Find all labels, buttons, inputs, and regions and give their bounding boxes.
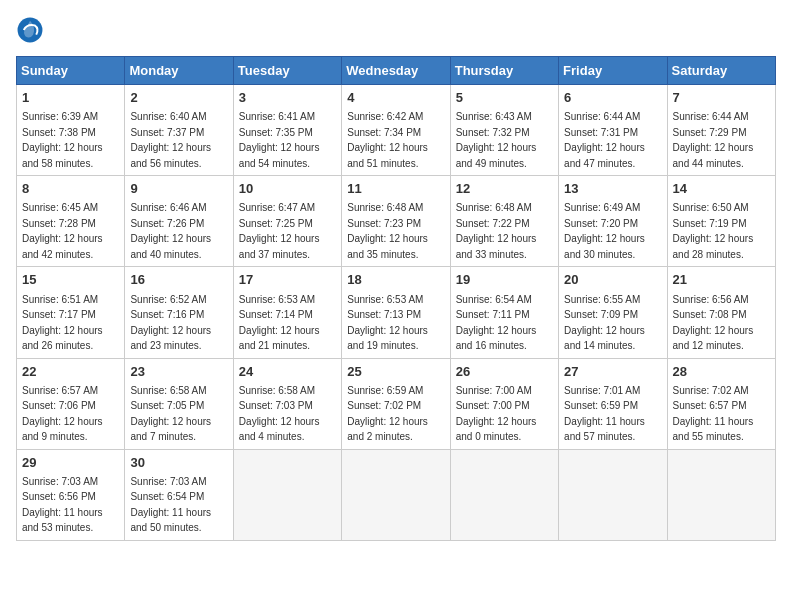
day-number: 5	[456, 89, 553, 107]
day-number: 1	[22, 89, 119, 107]
calendar-week-row: 1Sunrise: 6:39 AMSunset: 7:38 PMDaylight…	[17, 85, 776, 176]
day-number: 7	[673, 89, 770, 107]
day-info: Sunrise: 6:54 AMSunset: 7:11 PMDaylight:…	[456, 294, 537, 352]
calendar-day-cell: 14Sunrise: 6:50 AMSunset: 7:19 PMDayligh…	[667, 176, 775, 267]
calendar-day-cell: 12Sunrise: 6:48 AMSunset: 7:22 PMDayligh…	[450, 176, 558, 267]
day-info: Sunrise: 6:51 AMSunset: 7:17 PMDaylight:…	[22, 294, 103, 352]
day-info: Sunrise: 6:47 AMSunset: 7:25 PMDaylight:…	[239, 202, 320, 260]
calendar-day-cell: 11Sunrise: 6:48 AMSunset: 7:23 PMDayligh…	[342, 176, 450, 267]
day-number: 3	[239, 89, 336, 107]
day-number: 16	[130, 271, 227, 289]
calendar-day-cell: 23Sunrise: 6:58 AMSunset: 7:05 PMDayligh…	[125, 358, 233, 449]
day-info: Sunrise: 6:49 AMSunset: 7:20 PMDaylight:…	[564, 202, 645, 260]
weekday-header: Friday	[559, 57, 667, 85]
calendar-day-cell: 17Sunrise: 6:53 AMSunset: 7:14 PMDayligh…	[233, 267, 341, 358]
calendar-day-cell: 20Sunrise: 6:55 AMSunset: 7:09 PMDayligh…	[559, 267, 667, 358]
calendar-day-cell: 13Sunrise: 6:49 AMSunset: 7:20 PMDayligh…	[559, 176, 667, 267]
calendar-day-cell: 21Sunrise: 6:56 AMSunset: 7:08 PMDayligh…	[667, 267, 775, 358]
day-info: Sunrise: 6:56 AMSunset: 7:08 PMDaylight:…	[673, 294, 754, 352]
day-info: Sunrise: 7:01 AMSunset: 6:59 PMDaylight:…	[564, 385, 645, 443]
day-info: Sunrise: 6:57 AMSunset: 7:06 PMDaylight:…	[22, 385, 103, 443]
weekday-header: Sunday	[17, 57, 125, 85]
day-number: 13	[564, 180, 661, 198]
day-info: Sunrise: 6:53 AMSunset: 7:14 PMDaylight:…	[239, 294, 320, 352]
calendar-day-cell: 18Sunrise: 6:53 AMSunset: 7:13 PMDayligh…	[342, 267, 450, 358]
day-info: Sunrise: 6:44 AMSunset: 7:31 PMDaylight:…	[564, 111, 645, 169]
day-info: Sunrise: 6:52 AMSunset: 7:16 PMDaylight:…	[130, 294, 211, 352]
logo	[16, 16, 48, 44]
calendar-week-row: 8Sunrise: 6:45 AMSunset: 7:28 PMDaylight…	[17, 176, 776, 267]
calendar-day-cell: 27Sunrise: 7:01 AMSunset: 6:59 PMDayligh…	[559, 358, 667, 449]
calendar-day-cell: 10Sunrise: 6:47 AMSunset: 7:25 PMDayligh…	[233, 176, 341, 267]
day-info: Sunrise: 6:48 AMSunset: 7:22 PMDaylight:…	[456, 202, 537, 260]
calendar-day-cell: 25Sunrise: 6:59 AMSunset: 7:02 PMDayligh…	[342, 358, 450, 449]
day-info: Sunrise: 6:44 AMSunset: 7:29 PMDaylight:…	[673, 111, 754, 169]
day-number: 12	[456, 180, 553, 198]
calendar-day-cell	[559, 449, 667, 540]
calendar-day-cell: 8Sunrise: 6:45 AMSunset: 7:28 PMDaylight…	[17, 176, 125, 267]
weekday-header: Tuesday	[233, 57, 341, 85]
weekday-header: Wednesday	[342, 57, 450, 85]
day-number: 21	[673, 271, 770, 289]
day-info: Sunrise: 6:55 AMSunset: 7:09 PMDaylight:…	[564, 294, 645, 352]
day-number: 2	[130, 89, 227, 107]
day-number: 6	[564, 89, 661, 107]
calendar-day-cell: 4Sunrise: 6:42 AMSunset: 7:34 PMDaylight…	[342, 85, 450, 176]
day-info: Sunrise: 6:59 AMSunset: 7:02 PMDaylight:…	[347, 385, 428, 443]
calendar-day-cell	[450, 449, 558, 540]
calendar-day-cell: 2Sunrise: 6:40 AMSunset: 7:37 PMDaylight…	[125, 85, 233, 176]
day-number: 30	[130, 454, 227, 472]
calendar-day-cell: 26Sunrise: 7:00 AMSunset: 7:00 PMDayligh…	[450, 358, 558, 449]
calendar-day-cell: 6Sunrise: 6:44 AMSunset: 7:31 PMDaylight…	[559, 85, 667, 176]
day-number: 10	[239, 180, 336, 198]
day-number: 17	[239, 271, 336, 289]
day-number: 28	[673, 363, 770, 381]
day-number: 4	[347, 89, 444, 107]
calendar-week-row: 15Sunrise: 6:51 AMSunset: 7:17 PMDayligh…	[17, 267, 776, 358]
day-number: 14	[673, 180, 770, 198]
day-info: Sunrise: 6:41 AMSunset: 7:35 PMDaylight:…	[239, 111, 320, 169]
calendar-day-cell: 5Sunrise: 6:43 AMSunset: 7:32 PMDaylight…	[450, 85, 558, 176]
calendar-day-cell: 9Sunrise: 6:46 AMSunset: 7:26 PMDaylight…	[125, 176, 233, 267]
day-number: 25	[347, 363, 444, 381]
day-info: Sunrise: 6:43 AMSunset: 7:32 PMDaylight:…	[456, 111, 537, 169]
day-info: Sunrise: 7:02 AMSunset: 6:57 PMDaylight:…	[673, 385, 754, 443]
day-info: Sunrise: 6:40 AMSunset: 7:37 PMDaylight:…	[130, 111, 211, 169]
calendar-day-cell	[667, 449, 775, 540]
day-number: 20	[564, 271, 661, 289]
calendar-day-cell: 7Sunrise: 6:44 AMSunset: 7:29 PMDaylight…	[667, 85, 775, 176]
day-info: Sunrise: 6:42 AMSunset: 7:34 PMDaylight:…	[347, 111, 428, 169]
day-info: Sunrise: 6:58 AMSunset: 7:05 PMDaylight:…	[130, 385, 211, 443]
calendar-day-cell	[342, 449, 450, 540]
day-info: Sunrise: 6:50 AMSunset: 7:19 PMDaylight:…	[673, 202, 754, 260]
day-info: Sunrise: 7:03 AMSunset: 6:54 PMDaylight:…	[130, 476, 211, 534]
day-info: Sunrise: 6:48 AMSunset: 7:23 PMDaylight:…	[347, 202, 428, 260]
day-info: Sunrise: 7:00 AMSunset: 7:00 PMDaylight:…	[456, 385, 537, 443]
day-info: Sunrise: 6:46 AMSunset: 7:26 PMDaylight:…	[130, 202, 211, 260]
day-number: 11	[347, 180, 444, 198]
weekday-header-row: SundayMondayTuesdayWednesdayThursdayFrid…	[17, 57, 776, 85]
logo-icon	[16, 16, 44, 44]
day-number: 22	[22, 363, 119, 381]
calendar-day-cell: 16Sunrise: 6:52 AMSunset: 7:16 PMDayligh…	[125, 267, 233, 358]
calendar-week-row: 29Sunrise: 7:03 AMSunset: 6:56 PMDayligh…	[17, 449, 776, 540]
day-number: 18	[347, 271, 444, 289]
day-number: 29	[22, 454, 119, 472]
calendar-day-cell: 24Sunrise: 6:58 AMSunset: 7:03 PMDayligh…	[233, 358, 341, 449]
calendar-day-cell: 28Sunrise: 7:02 AMSunset: 6:57 PMDayligh…	[667, 358, 775, 449]
day-info: Sunrise: 6:53 AMSunset: 7:13 PMDaylight:…	[347, 294, 428, 352]
calendar-day-cell: 30Sunrise: 7:03 AMSunset: 6:54 PMDayligh…	[125, 449, 233, 540]
day-number: 19	[456, 271, 553, 289]
day-info: Sunrise: 6:58 AMSunset: 7:03 PMDaylight:…	[239, 385, 320, 443]
day-info: Sunrise: 6:45 AMSunset: 7:28 PMDaylight:…	[22, 202, 103, 260]
calendar-day-cell: 1Sunrise: 6:39 AMSunset: 7:38 PMDaylight…	[17, 85, 125, 176]
calendar-table: SundayMondayTuesdayWednesdayThursdayFrid…	[16, 56, 776, 541]
day-info: Sunrise: 6:39 AMSunset: 7:38 PMDaylight:…	[22, 111, 103, 169]
day-number: 26	[456, 363, 553, 381]
calendar-day-cell: 22Sunrise: 6:57 AMSunset: 7:06 PMDayligh…	[17, 358, 125, 449]
day-number: 23	[130, 363, 227, 381]
calendar-day-cell	[233, 449, 341, 540]
calendar-day-cell: 29Sunrise: 7:03 AMSunset: 6:56 PMDayligh…	[17, 449, 125, 540]
day-number: 15	[22, 271, 119, 289]
weekday-header: Thursday	[450, 57, 558, 85]
